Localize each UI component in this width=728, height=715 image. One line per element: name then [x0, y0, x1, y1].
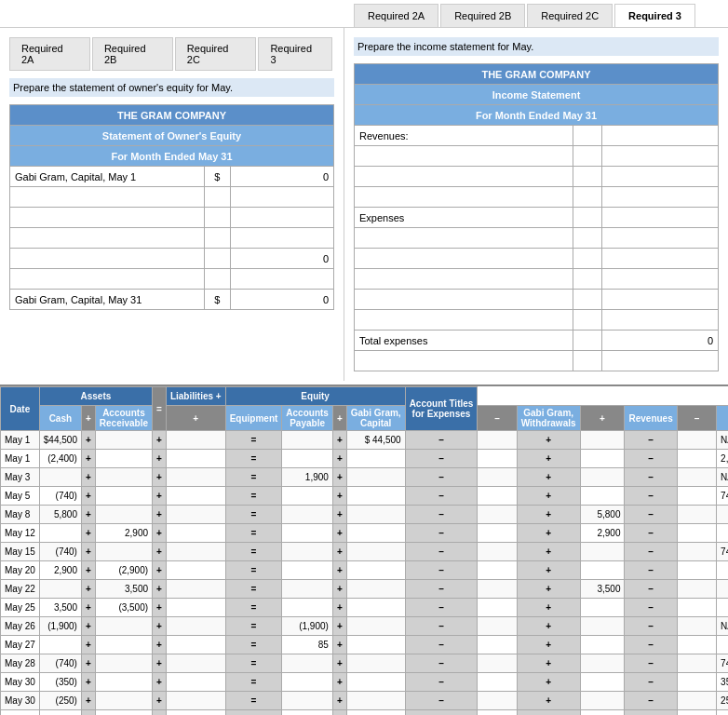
col-equity: Equity	[225, 387, 405, 406]
period-label-right: For Month Ended May 31	[355, 105, 719, 126]
rev-dollar1	[573, 126, 601, 146]
net-income-dollar	[573, 351, 601, 371]
rev-dollar2	[573, 146, 601, 167]
left-tab-2c[interactable]: Required 2C	[175, 37, 257, 71]
company-name-left: THE GRAM COMPANY	[10, 105, 334, 126]
exp-dollar3	[573, 249, 601, 269]
left-tab-2a[interactable]: Required 2A	[9, 37, 90, 71]
row2-label[interactable]	[10, 208, 205, 228]
table-row: May 202,900+(2,900)+=+–+–	[1, 561, 729, 580]
right-instruction: Prepare the income statement for May.	[354, 37, 719, 56]
col-date: Date	[1, 387, 40, 431]
exp-row3[interactable]	[355, 269, 573, 290]
row3-value[interactable]	[230, 228, 333, 249]
tab-required-2b[interactable]: Required 2B	[440, 4, 525, 27]
top-tabs-bar: Required 2A Required 2B Required 2C Requ…	[0, 0, 728, 28]
row3-label[interactable]	[10, 228, 205, 249]
owners-equity-statement: THE GRAM COMPANY Statement of Owner's Eq…	[9, 104, 334, 310]
exp-value4[interactable]	[601, 269, 718, 290]
rev-dollar4	[573, 187, 601, 208]
table-row: May 15(740)++=+–+–740 Salary	[1, 543, 729, 561]
table-row: May 31(1,900)++=+–1,900+–	[1, 710, 729, 716]
op-plus1: +	[81, 406, 95, 431]
exp-value3[interactable]	[601, 249, 718, 269]
left-instruction: Prepare the statement of owner's equity …	[9, 78, 334, 97]
sub-eq: Equipment	[225, 406, 282, 431]
left-panel: Required 2A Required 2B Required 2C Requ…	[0, 28, 344, 381]
exp-dollar4	[573, 269, 601, 290]
net-income-value[interactable]	[601, 351, 718, 371]
capital-may31-value[interactable]: 0	[230, 290, 333, 310]
row1-label[interactable]	[10, 187, 205, 208]
exp-value5[interactable]	[601, 290, 718, 310]
sub-ar: AccountsReceivable	[95, 406, 152, 431]
company-name-right: THE GRAM COMPANY	[355, 64, 719, 85]
row1-value[interactable]	[230, 187, 333, 208]
sub-wd: Gabi Gram,Withdrawals	[517, 406, 580, 431]
exp-row4[interactable]	[355, 290, 573, 310]
row4-value[interactable]	[230, 269, 333, 290]
capital-may1-value[interactable]: 0	[230, 167, 333, 187]
table-row: May 27++=85+–+–	[1, 636, 729, 654]
rev-row2[interactable]	[355, 167, 573, 187]
rev-row3[interactable]	[355, 187, 573, 208]
tab-required-2a[interactable]: Required 2A	[354, 4, 438, 27]
exp-row2[interactable]	[355, 249, 573, 269]
capital-may1-dollar: $	[204, 167, 230, 187]
table-row: May 12+2,900+=+–+2,900–	[1, 524, 729, 543]
main-layout: Required 2A Required 2B Required 2C Requ…	[0, 28, 728, 381]
table-row: May 30(250)++=+–+–250 Utilities	[1, 692, 729, 710]
exp-row1[interactable]	[355, 228, 573, 249]
tab-required-3[interactable]: Required 3	[614, 4, 695, 27]
table-row: May 1$44,500++=+$ 44,500–+–NA	[1, 431, 729, 450]
equals-sign-1: =	[153, 387, 167, 431]
table-row: May 253,500+(3,500)+=+–+–	[1, 599, 729, 617]
row4-dollar	[204, 269, 230, 290]
sub-cash: Cash	[39, 406, 81, 431]
total-expenses-label: Total expenses	[355, 331, 573, 351]
expenses-label: Expenses	[355, 208, 573, 228]
op-plus4: +	[580, 406, 625, 431]
exp-dollar1	[573, 208, 601, 228]
col-account-titles: Account Titlesfor Expenses	[405, 387, 478, 431]
table-row: May 3++=1,900+–+–NA	[1, 468, 729, 487]
row2-dollar	[204, 208, 230, 228]
table-row: May 28(740)++=+–+–740 Salary	[1, 654, 729, 673]
right-panel: Prepare the income statement for May. TH…	[344, 28, 728, 381]
exp-row5[interactable]	[355, 310, 573, 331]
exp-value6[interactable]	[601, 310, 718, 331]
exp-dollar6	[573, 310, 601, 331]
rev-value4[interactable]	[601, 187, 718, 208]
sub-exp: Expenses	[717, 406, 728, 431]
op-minus1: –	[478, 406, 517, 431]
exp-value1[interactable]	[601, 208, 718, 228]
table-row: May 85,800++=+–+5,800–	[1, 506, 729, 524]
period-label-left: For Month Ended May 31	[10, 146, 334, 167]
net-income-label[interactable]	[355, 351, 573, 371]
statement-title-left: Statement of Owner's Equity	[10, 126, 334, 146]
row4-label[interactable]	[10, 269, 205, 290]
subtotal-value[interactable]: 0	[230, 249, 333, 269]
exp-value2[interactable]	[601, 228, 718, 249]
total-exp-dollar	[573, 331, 601, 351]
left-tab-2b[interactable]: Required 2B	[92, 37, 173, 71]
rev-row1[interactable]	[355, 146, 573, 167]
table-row: May 26(1,900)++=(1,900)+–+–NA	[1, 617, 729, 636]
rev-value1[interactable]	[601, 126, 718, 146]
total-exp-value[interactable]: 0	[601, 331, 718, 351]
tab-required-2c[interactable]: Required 2C	[527, 4, 613, 27]
exp-dollar5	[573, 290, 601, 310]
row2-value[interactable]	[230, 208, 333, 228]
rev-value3[interactable]	[601, 167, 718, 187]
statement-title-right: Income Statement	[355, 85, 719, 105]
capital-may1-label: Gabi Gram, Capital, May 1	[10, 167, 205, 187]
exp-dollar2	[573, 228, 601, 249]
op-minus2: –	[677, 406, 716, 431]
op-plus3: +	[332, 406, 346, 431]
col-liabilities: Liabilities +	[166, 387, 225, 406]
revenues-label: Revenues:	[355, 126, 573, 146]
table-row: May 5(740)++=+–+–740 Cleaning	[1, 487, 729, 506]
left-tab-3[interactable]: Required 3	[258, 37, 332, 71]
subtotal-label	[10, 249, 205, 269]
rev-value2[interactable]	[601, 146, 718, 167]
